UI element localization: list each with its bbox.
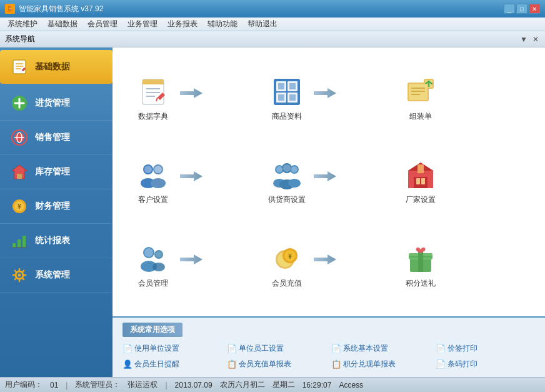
option-price-print[interactable]: 📄 价签打印	[436, 342, 535, 355]
grid-cell-r3c1: 会员管理	[131, 227, 259, 304]
icon-supplier[interactable]: 供货商设置	[265, 158, 309, 205]
manufacturer-icon	[404, 158, 438, 192]
option-staff-setup[interactable]: 📄 单位员工设置	[227, 342, 326, 355]
svg-rect-52	[409, 84, 428, 100]
icon-data-dict[interactable]: 数据字典	[131, 75, 175, 122]
sidebar-item-stats[interactable]: 统计报表	[0, 224, 112, 258]
app-icon: 🪑	[5, 4, 15, 14]
icon-product[interactable]: 商品资料	[265, 75, 309, 122]
arrow-r2-1	[180, 170, 202, 183]
svg-rect-96	[410, 257, 431, 258]
time: 16:29:07	[302, 381, 332, 389]
option-points-report[interactable]: 📋 积分兑现单报表	[331, 358, 431, 371]
recharge-label: 会员充值	[272, 278, 302, 289]
sidebar-item-system[interactable]: 系统管理	[0, 258, 112, 293]
icon-manufacturer[interactable]: 厂家设置	[399, 158, 442, 205]
option-icon-0: 📄	[122, 344, 132, 353]
common-options-title: 系统常用选项	[122, 323, 182, 337]
icon-assembly[interactable]: 组装单	[399, 75, 442, 122]
icon-gift[interactable]: 积分送礼	[399, 242, 442, 289]
svg-rect-32	[142, 83, 164, 84]
svg-marker-85	[180, 254, 202, 264]
option-birthday[interactable]: 👤 会员生日提醒	[122, 358, 222, 371]
option-icon-5: 📋	[227, 359, 237, 369]
member-label: 会员管理	[138, 278, 168, 289]
menu-basic[interactable]: 基础数据	[42, 18, 82, 31]
sales-icon	[10, 128, 29, 147]
title-bar: 🪑 智能家具销售系统 v37.92 _ □ ✕	[0, 0, 545, 18]
close-button[interactable]: ✕	[529, 4, 540, 14]
grid-cell-r3c3: 积分送礼	[399, 227, 526, 304]
data-dict-icon	[136, 75, 170, 109]
grid-cell-r1c2: 商品资料	[265, 60, 392, 137]
grid-cell-r3c2: ¥ 会员充值	[265, 227, 392, 304]
svg-text:¥: ¥	[288, 253, 292, 260]
sidebar-item-basic[interactable]: 基础数据	[0, 50, 112, 84]
menu-report[interactable]: 业务报表	[162, 18, 202, 31]
menu-system[interactable]: 系统维护	[2, 18, 42, 31]
nav-pin-button[interactable]: ▼	[519, 35, 529, 44]
title-controls[interactable]: _ □ ✕	[504, 4, 540, 14]
option-unit-setup[interactable]: 📄 使用单位设置	[122, 342, 222, 355]
svg-rect-17	[18, 239, 21, 248]
sidebar-item-finance[interactable]: ¥ 财务管理	[0, 189, 112, 224]
option-barcode-print[interactable]: 📄 条码打印	[436, 358, 535, 371]
svg-point-59	[151, 178, 166, 188]
basic-label: 基础数据	[35, 61, 70, 73]
svg-rect-18	[22, 236, 26, 248]
grid-cell-r1c1: 数据字典	[131, 60, 259, 137]
svg-marker-91	[314, 254, 336, 264]
nav-header-controls[interactable]: ▼ ✕	[519, 35, 540, 44]
option-icon-1: 📄	[227, 344, 237, 353]
option-icon-2: 📄	[331, 344, 341, 353]
option-system-setup[interactable]: 📄 系统基本设置	[331, 342, 431, 355]
menu-business[interactable]: 业务管理	[122, 18, 162, 31]
svg-point-68	[288, 179, 301, 188]
svg-rect-43	[278, 83, 284, 89]
member-icon	[136, 242, 170, 276]
svg-rect-44	[289, 83, 296, 89]
svg-point-84	[152, 263, 165, 271]
svg-rect-16	[12, 243, 16, 248]
arrow-r2-2	[314, 170, 336, 183]
nav-close-button[interactable]: ✕	[531, 35, 540, 44]
sidebar: 基础数据 进货管理 销售管理	[0, 48, 112, 377]
minimize-button[interactable]: _	[504, 4, 515, 14]
svg-line-29	[15, 278, 16, 279]
icon-customer[interactable]: 客户设置	[131, 158, 175, 205]
svg-rect-94	[418, 252, 423, 272]
customer-label: 客户设置	[138, 194, 168, 205]
sidebar-item-purchase[interactable]: 进货管理	[0, 86, 112, 121]
inventory-icon	[10, 163, 29, 181]
svg-point-69	[276, 166, 282, 173]
svg-rect-45	[278, 94, 284, 101]
weekday: 星期二	[272, 379, 295, 390]
product-icon	[270, 75, 304, 109]
icon-member[interactable]: 会员管理	[131, 242, 175, 289]
grid-cell-r2c1: 客户设置	[131, 143, 259, 220]
stats-icon	[10, 231, 29, 250]
user-code-label: 用户编码：	[5, 379, 42, 390]
sidebar-item-inventory[interactable]: 库存管理	[0, 155, 112, 189]
maximize-button[interactable]: □	[516, 4, 528, 14]
menu-help[interactable]: 帮助退出	[242, 18, 282, 31]
main-layout: 基础数据 进货管理 销售管理	[0, 48, 545, 377]
inventory-label: 库存管理	[35, 166, 70, 178]
system-icon	[10, 266, 29, 284]
basic-icon	[10, 58, 29, 76]
admin-name: 张运运权	[128, 379, 158, 390]
svg-point-71	[291, 166, 298, 173]
menu-tools[interactable]: 辅助功能	[202, 18, 242, 31]
svg-point-80	[144, 248, 153, 257]
grid-cell-r1c3: 组装单	[399, 60, 526, 137]
option-icon-6: 📋	[331, 359, 341, 369]
icon-recharge[interactable]: ¥ 会员充值	[265, 242, 309, 289]
supplier-label: 供货商设置	[268, 194, 306, 205]
option-recharge-report[interactable]: 📋 会员充值单报表	[227, 358, 326, 371]
svg-point-60	[144, 166, 152, 173]
option-icon-7: 📄	[436, 359, 446, 369]
status-bar: 用户编码： 01 | 系统管理员： 张运运权 | 2013.07.09 农历六月…	[0, 377, 545, 392]
sidebar-item-sales[interactable]: 销售管理	[0, 121, 112, 155]
menu-member[interactable]: 会员管理	[82, 18, 122, 31]
svg-point-21	[18, 274, 21, 277]
